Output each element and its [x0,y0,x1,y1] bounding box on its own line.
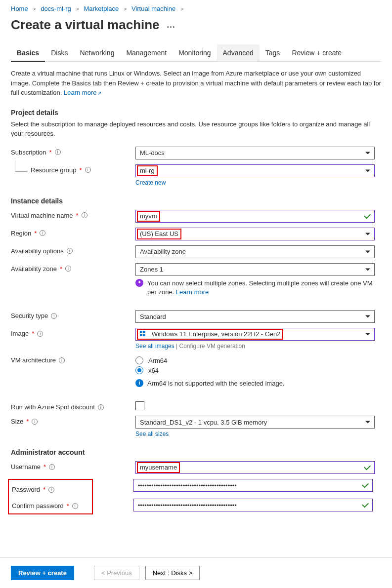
arch-hint: i Arm64 is not supported with the select… [135,379,375,389]
info-icon[interactable]: i [72,503,78,509]
info-icon[interactable]: i [37,331,43,337]
configure-vm-generation: Configure VM generation [179,343,245,350]
windows-icon [140,331,146,337]
project-details-desc: Select the subscription to manage deploy… [11,119,381,139]
checkmark-icon [364,463,371,470]
info-icon[interactable]: i [55,149,61,155]
size-select[interactable]: Standard_DS1_v2 - 1 vcpu, 3.5 GiB memory [135,416,375,429]
page-title: Create a virtual machine … [11,17,381,33]
info-icon[interactable]: i [98,404,104,410]
chevron-down-icon [365,250,370,253]
arch-x64-radio[interactable] [135,366,143,374]
see-all-sizes-link[interactable]: See all sizes [135,431,169,437]
tab-advanced[interactable]: Advanced [217,44,260,61]
username-label: Username* i [11,461,135,470]
tab-tags[interactable]: Tags [260,44,286,61]
arch-arm64-radio[interactable] [135,356,143,364]
security-type-select[interactable]: Standard [135,310,375,323]
availability-zone-select[interactable]: Zones 1 [135,263,375,276]
vm-name-input[interactable]: myvm [135,210,375,223]
project-details-title: Project details [11,109,381,117]
see-all-images-link[interactable]: See all images [135,343,174,350]
security-type-label: Security type i [11,310,135,319]
vm-name-label: Virtual machine name* i [11,210,135,219]
breadcrumb: Home > docs-ml-rg > Marketplace > Virtua… [11,0,381,14]
info-icon[interactable]: i [59,357,65,363]
info-icon[interactable]: i [32,419,38,425]
arch-arm64-label: Arm64 [148,357,167,364]
chevron-right-icon: > [76,6,79,12]
admin-account-title: Administrator account [11,448,381,456]
tab-monitoring[interactable]: Monitoring [173,44,217,61]
create-new-link[interactable]: Create new [135,179,166,186]
info-icon[interactable]: i [51,313,57,319]
resource-group-select[interactable]: ml-rg [135,164,375,177]
chevron-down-icon [365,333,370,336]
checkmark-icon [362,501,369,508]
more-icon[interactable]: … [167,20,176,30]
learn-more-link[interactable]: Learn more↗ [64,89,101,96]
tab-review[interactable]: Review + create [286,44,348,61]
confirm-password-input[interactable]: ••••••••••••••••••••••••••••••••••••••••… [133,499,373,511]
availability-options-select[interactable]: Availability zone [135,245,375,258]
info-icon[interactable]: i [67,248,73,254]
checkmark-icon [362,481,369,488]
rocket-icon: ✦ [135,279,143,287]
chevron-down-icon [365,152,370,154]
info-icon[interactable]: i [48,487,54,493]
breadcrumb-marketplace[interactable]: Marketplace [84,5,119,12]
external-link-icon: ↗ [97,90,101,96]
region-label: Region* i [11,228,135,237]
breadcrumb-home[interactable]: Home [11,5,28,12]
chevron-down-icon [365,169,370,172]
region-select[interactable]: (US) East US [135,228,375,240]
chevron-right-icon: > [180,6,183,12]
tab-disks[interactable]: Disks [45,44,74,61]
breadcrumb-vm[interactable]: Virtual machine [131,5,175,12]
chevron-down-icon [365,421,370,424]
size-label: Size* i [11,416,135,425]
info-icon[interactable]: i [82,212,87,218]
info-icon[interactable]: i [49,464,55,470]
info-icon: i [135,379,143,387]
image-label: Image* i [11,328,135,337]
image-select[interactable]: Windows 11 Enterprise, version 22H2 - Ge… [135,328,375,341]
vm-architecture-label: VM architecture i [11,354,135,364]
breadcrumb-rg[interactable]: docs-ml-rg [41,5,71,12]
checkmark-icon [364,212,371,219]
chevron-right-icon: > [124,6,127,12]
username-input[interactable]: myusername [135,461,375,474]
resource-group-label: Resource group* i [31,164,135,174]
intro-text: Create a virtual machine that runs Linux… [11,69,381,98]
tab-networking[interactable]: Networking [74,44,120,61]
info-icon[interactable]: i [85,167,91,173]
tab-management[interactable]: Management [120,44,173,61]
availability-options-label: Availability options i [11,245,135,255]
tab-basics[interactable]: Basics [11,44,45,61]
subscription-select[interactable]: ML-docs [135,147,375,159]
chevron-right-icon: > [33,6,36,12]
availability-zone-label: Availability zone* i [11,263,135,273]
spot-discount-checkbox[interactable] [135,401,144,410]
confirm-password-label: Confirm password* i [12,500,78,510]
chevron-down-icon [365,268,370,271]
password-label: Password* i [12,484,54,493]
info-icon[interactable]: i [40,230,45,236]
instance-details-title: Instance details [11,197,381,205]
zone-learn-more-link[interactable]: Learn more [176,288,209,296]
spot-discount-label: Run with Azure Spot discount i [11,401,135,411]
chevron-down-icon [365,315,370,318]
zone-hint: ✦ You can now select multiple zones. Sel… [135,279,375,298]
subscription-label: Subscription* i [11,147,135,156]
tabs: Basics Disks Networking Management Monit… [11,44,381,62]
chevron-down-icon [365,233,370,235]
info-icon[interactable]: i [65,266,71,272]
password-input[interactable]: ••••••••••••••••••••••••••••••••••••••••… [133,479,373,492]
arch-x64-label: x64 [148,367,159,374]
